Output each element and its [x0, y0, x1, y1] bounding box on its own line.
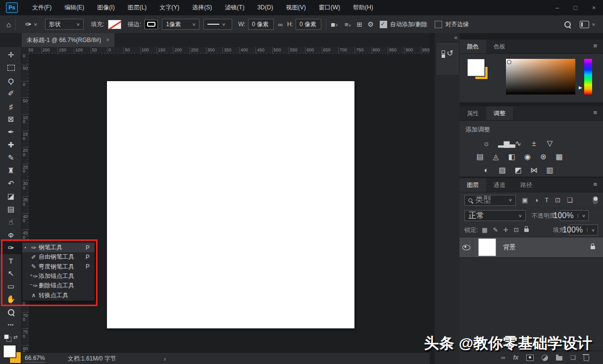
- flyout-item-转换点工具[interactable]: ∧转换点工具: [22, 290, 95, 300]
- healing-brush-tool[interactable]: ✚: [0, 138, 22, 151]
- threshold-icon[interactable]: ◩: [514, 166, 522, 175]
- black-white-icon[interactable]: ◧: [507, 152, 516, 161]
- menu-item[interactable]: 视图(V): [280, 0, 312, 15]
- close-button[interactable]: ×: [585, 0, 603, 15]
- tab-layers[interactable]: 图层: [459, 178, 486, 192]
- menu-item[interactable]: 文件(F): [26, 0, 58, 15]
- menu-item[interactable]: 图像(I): [91, 0, 121, 15]
- panel-menu-icon[interactable]: ≡: [587, 106, 603, 120]
- link-layers-icon[interactable]: ∞: [501, 354, 505, 361]
- brightness-contrast-icon[interactable]: ☼: [482, 139, 491, 148]
- document-tab[interactable]: 未标题-1 @ 66.7%(RGB/8#) ×: [22, 33, 114, 47]
- menu-item[interactable]: 选择(S): [186, 0, 218, 15]
- crop-tool[interactable]: ♯: [0, 100, 22, 113]
- vibrance-icon[interactable]: ▽: [546, 139, 554, 148]
- menu-item[interactable]: 编辑(E): [58, 0, 91, 15]
- tab-adjustments[interactable]: 调整: [486, 106, 513, 120]
- posterize-icon[interactable]: ▨: [498, 166, 506, 175]
- swap-colors-icon[interactable]: ⇄: [13, 334, 17, 340]
- layer-mask-icon[interactable]: [526, 355, 534, 361]
- canvas[interactable]: [107, 81, 354, 328]
- maximize-button[interactable]: □: [566, 0, 585, 15]
- menu-item[interactable]: 滤镜(T): [218, 0, 251, 15]
- layer-thumbnail[interactable]: [478, 238, 496, 256]
- dodge-tool[interactable]: Ф: [0, 228, 22, 241]
- menu-item[interactable]: 文字(Y): [153, 0, 186, 15]
- exposure-icon[interactable]: ±: [530, 139, 538, 148]
- gradient-tool[interactable]: ▤: [0, 203, 22, 216]
- fill-field[interactable]: 100% ∨: [569, 225, 598, 235]
- curves-icon[interactable]: ∿: [514, 139, 522, 148]
- stroke-width-select[interactable]: 1像素 ∨: [162, 19, 200, 30]
- flyout-item-删除锚点工具[interactable]: ⁻✑删除锚点工具: [22, 281, 95, 290]
- panel-menu-icon[interactable]: ≡: [587, 40, 603, 53]
- geometry-options-button[interactable]: ⚙: [367, 20, 374, 28]
- layer-filter-select[interactable]: 类型 ∨: [464, 195, 516, 206]
- tab-color[interactable]: 颜色: [459, 40, 486, 53]
- lock-artboard-icon[interactable]: ⊡: [514, 227, 519, 233]
- saturation-brightness-field[interactable]: [506, 59, 575, 94]
- path-arrangement-button[interactable]: ⊞: [356, 21, 362, 28]
- levels-icon[interactable]: ▂▆▃: [498, 139, 506, 148]
- rectangle-tool[interactable]: ▭: [0, 280, 22, 293]
- lock-pixels-icon[interactable]: ✎: [493, 227, 498, 233]
- selective-color-icon[interactable]: ▥: [546, 166, 554, 175]
- width-input[interactable]: 0 像素: [248, 19, 274, 30]
- filter-adjustment-layers-icon[interactable]: ◑: [534, 196, 538, 204]
- lock-transparency-icon[interactable]: ▦: [482, 227, 487, 233]
- filter-type-layers-icon[interactable]: T: [545, 196, 549, 204]
- photo-filter-icon[interactable]: ◉: [523, 152, 532, 161]
- align-edges-checkbox[interactable]: 对齐边缘: [435, 20, 469, 29]
- edit-toolbar[interactable]: •••: [0, 318, 22, 331]
- invert-icon[interactable]: ◐: [482, 166, 491, 175]
- hand-tool[interactable]: ✋: [0, 293, 22, 306]
- hue-saturation-icon[interactable]: ▤: [476, 152, 484, 161]
- new-layer-icon[interactable]: ❏: [570, 354, 576, 361]
- move-tool[interactable]: ✛: [0, 48, 22, 61]
- eyedropper-tool[interactable]: ✒: [0, 126, 22, 138]
- fill-swatch[interactable]: [108, 20, 121, 29]
- flyout-item-添加锚点工具[interactable]: ⁺✑添加锚点工具: [22, 272, 95, 281]
- menu-item[interactable]: 3D(D): [251, 0, 280, 15]
- tab-close-icon[interactable]: ×: [106, 37, 109, 44]
- layer-style-icon[interactable]: fx: [513, 354, 519, 361]
- flyout-item-自由钢笔工具[interactable]: ✐自由钢笔工具P: [22, 252, 95, 262]
- lock-position-icon[interactable]: ✛: [503, 227, 508, 233]
- stroke-type-select[interactable]: ∨: [203, 19, 232, 30]
- opacity-field[interactable]: 100% ∨: [560, 210, 589, 221]
- blend-mode-select[interactable]: 正常 ∨: [464, 210, 526, 221]
- smudge-tool[interactable]: ☝: [0, 216, 22, 228]
- filter-pixel-layers-icon[interactable]: ▣: [522, 196, 528, 204]
- tab-swatches[interactable]: 色板: [486, 40, 513, 53]
- tab-properties[interactable]: 属性: [459, 106, 486, 120]
- color-lookup-icon[interactable]: ▦: [555, 152, 563, 161]
- foreground-color-swatch[interactable]: [467, 59, 485, 76]
- filter-toggle[interactable]: [593, 196, 598, 204]
- tab-channels[interactable]: 通道: [486, 178, 513, 192]
- gradient-map-icon[interactable]: ⋈: [530, 166, 538, 175]
- workspace-switcher[interactable]: ∨: [580, 21, 595, 28]
- pen-tool[interactable]: ✑: [0, 241, 22, 254]
- channel-mixer-icon[interactable]: ⊛: [539, 152, 548, 161]
- hue-slider[interactable]: [584, 59, 592, 94]
- zoom-level-field[interactable]: 66.67%: [25, 355, 45, 363]
- adjustment-layer-icon[interactable]: [542, 355, 548, 361]
- brush-tool[interactable]: ✎: [0, 151, 22, 164]
- canvas-viewport[interactable]: [29, 54, 430, 352]
- ruler-origin-corner[interactable]: [22, 47, 29, 54]
- height-input[interactable]: 0 像素: [296, 19, 321, 30]
- frame-tool[interactable]: ⊠: [0, 113, 22, 126]
- auto-add-delete-checkbox[interactable]: 自动添加/删除: [380, 20, 427, 29]
- delete-layer-icon[interactable]: [584, 356, 589, 361]
- status-chevron-icon[interactable]: ›: [164, 355, 166, 363]
- link-dimensions-icon[interactable]: ∞: [278, 21, 283, 28]
- tool-mode-select[interactable]: 形状 ∨: [45, 19, 84, 30]
- stroke-swatch[interactable]: [145, 20, 158, 29]
- flyout-item-弯度钢笔工具[interactable]: ✎弯度钢笔工具P: [22, 262, 95, 272]
- minimize-button[interactable]: –: [548, 0, 566, 15]
- new-group-icon[interactable]: [556, 356, 562, 361]
- eraser-tool[interactable]: ◪: [0, 190, 22, 203]
- menu-item[interactable]: 图层(L): [121, 0, 153, 15]
- search-icon[interactable]: [564, 21, 571, 28]
- color-balance-icon[interactable]: ◬: [492, 152, 500, 161]
